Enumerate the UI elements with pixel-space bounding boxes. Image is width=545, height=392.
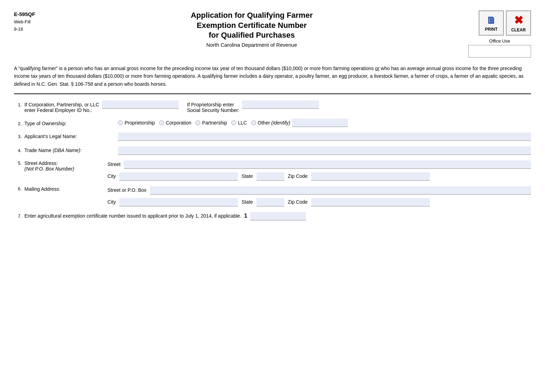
ownership-llc[interactable]: LLC: [231, 120, 247, 126]
row-5-content: Street City State Zip Code: [107, 160, 531, 181]
city-input-5[interactable]: [119, 172, 238, 181]
row-1: 1. If Corporation, Partnership, or LLC e…: [14, 100, 531, 113]
radio-other[interactable]: [251, 120, 256, 125]
llc-label: LLC: [238, 120, 247, 126]
zip-label-6: Zip Code: [288, 199, 308, 205]
exemption-cert-input[interactable]: [250, 212, 306, 220]
legal-name-input[interactable]: [118, 133, 531, 141]
page-header: E-595QF Web-Fill 9-18 Application for Qu…: [14, 10, 531, 58]
row-5-label-block: Street Address: (Not P.O. Box Number): [24, 160, 105, 172]
row-2: 2. Type of Ownership: Proprietorship Cor…: [14, 119, 531, 127]
ownership-options: Proprietorship Corporation Partnership L…: [118, 119, 348, 127]
row-1-ssn-label: If Proprietorship enter Social Security …: [187, 102, 239, 113]
row-6-num: 6.: [14, 186, 22, 191]
clear-button[interactable]: ✖ CLEAR: [506, 10, 531, 36]
mailing-street-label: Street or P.O. Box: [107, 187, 147, 193]
radio-llc[interactable]: [231, 120, 236, 125]
city-state-zip-row: City State Zip Code: [107, 172, 531, 181]
row-4-num: 4.: [14, 148, 22, 153]
ownership-partnership[interactable]: Partnership: [195, 120, 227, 126]
zip-label-5: Zip Code: [288, 173, 308, 179]
row-3: 3. Applicant’s Legal Name:: [14, 133, 531, 141]
ssn-input[interactable]: [242, 100, 319, 109]
state-input-6[interactable]: [256, 198, 284, 206]
street-input[interactable]: [124, 160, 531, 169]
other-identify-input[interactable]: [292, 119, 348, 127]
ownership-other[interactable]: Other (Identify): [251, 119, 348, 127]
row-5: 5. Street Address: (Not P.O. Box Number)…: [14, 160, 531, 181]
zip-input-6[interactable]: [311, 198, 430, 206]
corporation-label: Corporation: [166, 120, 191, 126]
ein-input[interactable]: [102, 100, 179, 109]
clear-icon: ✖: [514, 14, 523, 27]
row-5-num: 5.: [14, 160, 22, 166]
office-use-label: Office Use: [468, 38, 531, 44]
print-icon: 🗎: [486, 15, 496, 26]
radio-proprietorship[interactable]: [118, 120, 123, 125]
city-label-6: City: [107, 199, 116, 205]
form-web-fill: Web-Fill: [14, 19, 30, 24]
title-block: Application for Qualifying Farmer Exempt…: [35, 10, 468, 48]
form-id-number: E-595QF: [14, 11, 35, 17]
form-subtitle: North Carolina Department of Revenue: [46, 42, 458, 48]
print-button[interactable]: 🗎 PRINT: [479, 10, 504, 36]
form-title: Application for Qualifying Farmer Exempt…: [46, 10, 458, 40]
row-7-num: 7.: [14, 213, 22, 219]
trade-name-input[interactable]: [118, 146, 531, 155]
top-right-controls: 🗎 PRINT ✖ CLEAR Office Use: [468, 10, 531, 58]
mailing-street-row: Street or P.O. Box: [107, 186, 531, 195]
row-7: 7. Enter agricultural exemption certific…: [14, 212, 531, 220]
mailing-city-state-zip-row: City State Zip Code: [107, 198, 531, 206]
radio-corporation[interactable]: [159, 120, 164, 125]
street-row: Street: [107, 160, 531, 169]
row-7-number: 1: [244, 213, 247, 219]
partnership-label: Partnership: [202, 120, 227, 126]
row-6-label: Mailing Address:: [24, 186, 105, 192]
street-label: Street: [107, 161, 120, 167]
form-version: 9-18: [14, 27, 23, 32]
row-4: 4. Trade Name (DBA Name):: [14, 146, 531, 155]
row-1-group: If Corporation, Partnership, or LLC ente…: [24, 100, 531, 113]
zip-input-5[interactable]: [311, 172, 430, 181]
row-5-label2: (Not P.O. Box Number): [24, 166, 105, 172]
row-1-num: 1.: [14, 102, 22, 107]
office-use-box: [468, 45, 531, 58]
office-use-block: Office Use: [468, 38, 531, 58]
row-2-num: 2.: [14, 121, 22, 126]
action-buttons: 🗎 PRINT ✖ CLEAR: [479, 10, 531, 36]
ownership-proprietorship[interactable]: Proprietorship: [118, 120, 155, 126]
row-4-label: Trade Name (DBA Name):: [24, 148, 115, 153]
form-body: 1. If Corporation, Partnership, or LLC e…: [14, 100, 531, 220]
state-label-6: State: [241, 199, 253, 205]
ownership-corporation[interactable]: Corporation: [159, 120, 191, 126]
mailing-street-input[interactable]: [150, 186, 531, 195]
state-input-5[interactable]: [256, 172, 284, 181]
other-label: Other (Identify): [258, 120, 290, 126]
city-input-6[interactable]: [119, 198, 238, 206]
description-text: A “qualifying farmer” is a person who ha…: [14, 65, 531, 94]
clear-label: CLEAR: [511, 28, 525, 32]
row-6-label-block: Mailing Address:: [24, 186, 105, 192]
proprietorship-label: Proprietorship: [125, 120, 155, 126]
row-6-content: Street or P.O. Box City State Zip Code: [107, 186, 531, 206]
row-3-num: 3.: [14, 134, 22, 139]
row-1-ssn-group: If Proprietorship enter Social Security …: [187, 100, 319, 113]
row-5-label1: Street Address:: [24, 160, 105, 166]
row-1-ein-label: If Corporation, Partnership, or LLC ente…: [24, 102, 99, 113]
print-label: PRINT: [485, 27, 498, 32]
form-id-block: E-595QF Web-Fill 9-18: [14, 10, 35, 32]
city-label-5: City: [107, 173, 116, 179]
state-label-5: State: [241, 173, 253, 179]
row-2-label: Type of Ownership:: [24, 121, 115, 126]
row-6: 6. Mailing Address: Street or P.O. Box C…: [14, 186, 531, 206]
row-7-label: Enter agricultural exemption certificate…: [24, 213, 241, 219]
row-1-ein-group: If Corporation, Partnership, or LLC ente…: [24, 100, 179, 113]
radio-partnership[interactable]: [195, 120, 200, 125]
row-3-label: Applicant’s Legal Name:: [24, 134, 115, 139]
other-identify-label: (Identify): [271, 120, 290, 126]
